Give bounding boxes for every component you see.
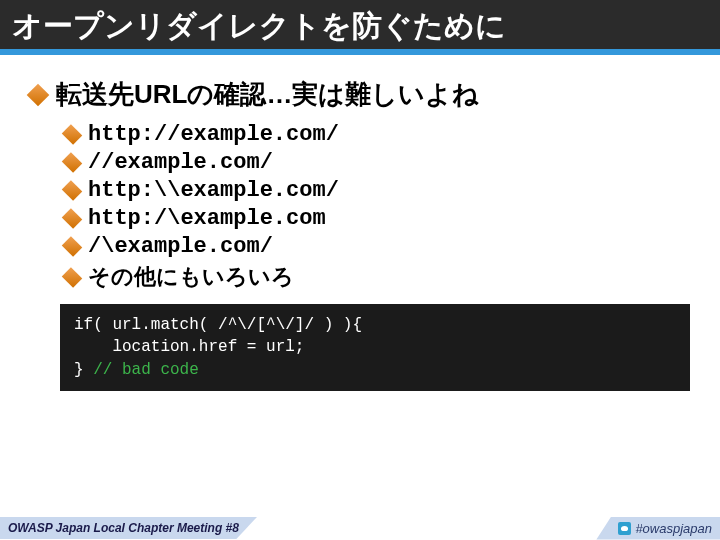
section-heading: 転送先URLの確認…実は難しいよね: [30, 77, 690, 112]
footer: OWASP Japan Local Chapter Meeting #8 #ow…: [0, 516, 720, 540]
list-item: http:\\example.com/: [64, 178, 690, 203]
list-item: /\example.com/: [64, 234, 690, 259]
code-line: location.href = url;: [74, 338, 304, 356]
hashtag: #owaspjapan: [635, 521, 712, 536]
url-list: http://example.com/ //example.com/ http:…: [30, 122, 690, 292]
diamond-icon: [62, 236, 83, 257]
list-item-text: //example.com/: [88, 150, 273, 175]
slide-title: オープンリダイレクトを防ぐために: [12, 6, 708, 47]
list-item-text: /\example.com/: [88, 234, 273, 259]
title-bar: オープンリダイレクトを防ぐために: [0, 0, 720, 49]
content-area: 転送先URLの確認…実は難しいよね http://example.com/ //…: [0, 55, 720, 540]
diamond-icon: [62, 208, 83, 229]
list-item-text: http:\\example.com/: [88, 178, 339, 203]
diamond-icon: [62, 180, 83, 201]
list-item: http:/\example.com: [64, 206, 690, 231]
list-item-text: http://example.com/: [88, 122, 339, 147]
list-item-text: http:/\example.com: [88, 206, 326, 231]
footer-left: OWASP Japan Local Chapter Meeting #8: [0, 517, 257, 539]
list-item: http://example.com/: [64, 122, 690, 147]
diamond-icon: [27, 83, 50, 106]
diamond-icon: [62, 152, 83, 173]
twitter-icon: [618, 522, 631, 535]
diamond-icon: [62, 124, 83, 145]
diamond-icon: [62, 267, 83, 288]
list-item: //example.com/: [64, 150, 690, 175]
footer-right: #owaspjapan: [596, 517, 720, 540]
code-line: }: [74, 361, 93, 379]
code-line: if( url.match( /^\/[^\/]/ ) ){: [74, 316, 362, 334]
list-item-text: その他にもいろいろ: [88, 262, 294, 292]
list-item: その他にもいろいろ: [64, 262, 690, 292]
code-block: if( url.match( /^\/[^\/]/ ) ){ location.…: [60, 304, 690, 391]
code-comment: // bad code: [93, 361, 199, 379]
heading-text: 転送先URLの確認…実は難しいよね: [56, 77, 479, 112]
